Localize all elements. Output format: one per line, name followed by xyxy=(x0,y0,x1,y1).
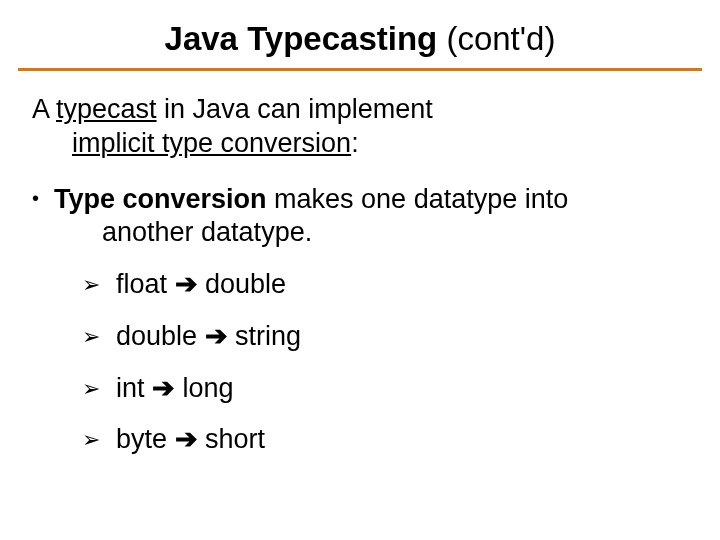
arrow-from-0: float xyxy=(116,269,175,299)
arrow-list: ➢ float ➔ double➢ double ➔ string➢ int ➔… xyxy=(82,268,688,457)
slide-title: Java Typecasting (cont'd) xyxy=(40,20,680,58)
arrow-row-0: ➢ float ➔ double xyxy=(82,268,688,302)
arrow-to-2: long xyxy=(175,373,234,403)
title-bold-part: Java Typecasting xyxy=(165,20,438,57)
arrow-marker-icon: ➢ xyxy=(82,323,116,351)
bullet-item-1: • Type conversion makes one datatype int… xyxy=(32,183,688,217)
intro-line-2: implicit type conversion: xyxy=(72,127,688,161)
arrow-icon: ➔ xyxy=(175,268,198,302)
bullet-bold-1: Type conversion xyxy=(54,184,267,214)
arrow-from-1: double xyxy=(116,321,205,351)
arrow-body-2: int ➔ long xyxy=(116,372,234,406)
arrow-from-3: byte xyxy=(116,424,175,454)
intro-typecast: typecast xyxy=(56,94,157,124)
intro-line-1: A typecast in Java can implement xyxy=(32,93,688,127)
arrow-row-1: ➢ double ➔ string xyxy=(82,320,688,354)
arrow-body-1: double ➔ string xyxy=(116,320,301,354)
arrow-icon: ➔ xyxy=(205,320,228,354)
intro-text-mid: in Java can implement xyxy=(157,94,433,124)
intro-colon: : xyxy=(351,128,359,158)
arrow-to-3: short xyxy=(198,424,266,454)
slide-content: A typecast in Java can implement implici… xyxy=(0,93,720,457)
intro-implicit: implicit type conversion xyxy=(72,128,351,158)
arrow-body-0: float ➔ double xyxy=(116,268,286,302)
arrow-marker-icon: ➢ xyxy=(82,426,116,454)
arrow-row-2: ➢ int ➔ long xyxy=(82,372,688,406)
arrow-body-3: byte ➔ short xyxy=(116,423,265,457)
bullet-dot-icon: • xyxy=(32,183,54,213)
arrow-icon: ➔ xyxy=(152,372,175,406)
arrow-row-3: ➢ byte ➔ short xyxy=(82,423,688,457)
title-divider xyxy=(18,68,702,71)
bullet-rest-1: makes one datatype into xyxy=(267,184,569,214)
arrow-marker-icon: ➢ xyxy=(82,375,116,403)
arrow-to-1: string xyxy=(228,321,302,351)
intro-text-a: A xyxy=(32,94,56,124)
bullet-text-1-line-2: another datatype. xyxy=(102,216,688,250)
arrow-marker-icon: ➢ xyxy=(82,271,116,299)
arrow-from-2: int xyxy=(116,373,152,403)
arrow-icon: ➔ xyxy=(175,423,198,457)
title-normal-part: (cont'd) xyxy=(437,20,555,57)
slide-title-block: Java Typecasting (cont'd) xyxy=(0,20,720,68)
bullet-text-1: Type conversion makes one datatype into xyxy=(54,183,688,217)
arrow-to-0: double xyxy=(198,269,287,299)
